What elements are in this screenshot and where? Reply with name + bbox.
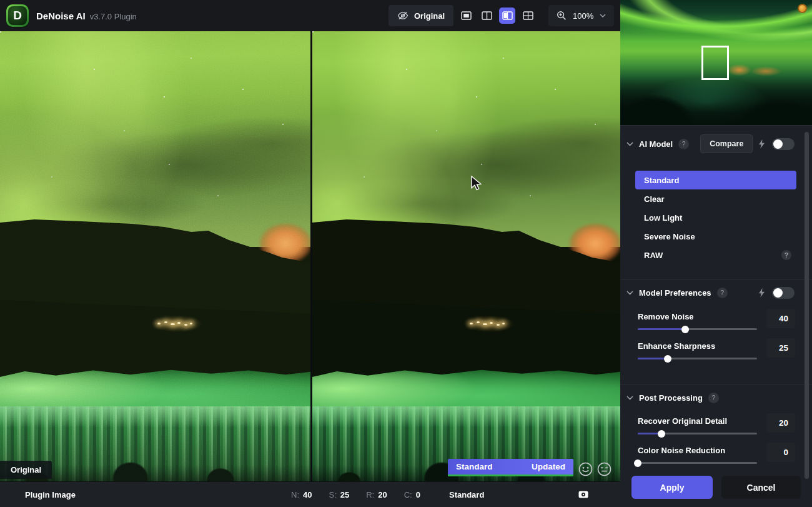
navigation-thumbnail[interactable] [620, 0, 812, 125]
recover-original-detail-value[interactable]: 20 [766, 413, 795, 433]
village-lights-glow [142, 311, 211, 334]
neutral-face-icon [597, 462, 611, 476]
village-lights [157, 320, 158, 321]
app-brand: D DeNoise AI v3.7.0 Plugin [6, 4, 137, 27]
model-option-low-light[interactable]: Low Light [635, 208, 796, 227]
happy-face-icon [578, 462, 593, 476]
param-key: S: [329, 490, 336, 499]
enhance-sharpness-value[interactable]: 25 [766, 338, 795, 358]
stars [0, 31, 1, 33]
enhance-sharpness-slider-block: Enhance Sharpness 25 [638, 341, 795, 359]
compare-button[interactable]: Compare [700, 134, 753, 153]
view-mode-split-button[interactable] [478, 8, 495, 24]
model-option-label: Clear [644, 194, 665, 204]
slider-handle[interactable] [634, 459, 641, 467]
color-noise-reduction-value[interactable]: 0 [766, 443, 795, 462]
original-image-panel[interactable]: Original [0, 31, 310, 481]
sidebar-scrollbar[interactable] [805, 131, 809, 499]
side-by-side-view-icon [502, 11, 513, 20]
chevron-down-icon[interactable] [626, 291, 633, 295]
model-option-standard[interactable]: Standard [635, 171, 796, 189]
river-water [0, 368, 310, 414]
post-processing-help-icon[interactable]: ? [708, 393, 719, 403]
file-label: Plugin Image [25, 490, 76, 499]
apply-button[interactable]: Apply [631, 476, 713, 499]
slider-fill [638, 328, 685, 330]
slider-handle[interactable] [658, 430, 665, 438]
village-lights [470, 320, 470, 321]
chevron-down-icon [600, 14, 606, 18]
cancel-button[interactable]: Cancel [721, 476, 801, 499]
snapshot-camera-icon[interactable] [578, 491, 588, 500]
model-option-severe-noise[interactable]: Severe Noise [635, 227, 796, 246]
remove-noise-slider[interactable] [638, 328, 757, 330]
param-value: 40 [303, 490, 312, 499]
noise-param: N: 40 [291, 490, 312, 499]
model-option-label: Low Light [644, 213, 682, 223]
aurora-sky [0, 31, 310, 247]
model-preferences-auto-controls [758, 287, 795, 299]
slider-handle[interactable] [681, 326, 689, 333]
settings-sidebar: AI Model ? Compare Standard Clear Low Li… [620, 125, 812, 507]
scrollbar-thumb[interactable] [805, 132, 809, 479]
ai-model-header: AI Model ? Compare [620, 133, 812, 154]
model-preferences-title: Model Preferences [639, 288, 711, 298]
single-view-icon [461, 11, 472, 20]
slider-handle[interactable] [664, 355, 671, 363]
post-processing-title: Post Processing [639, 393, 703, 403]
model-option-raw[interactable]: RAW ? [635, 246, 796, 264]
grid-view-icon [523, 11, 533, 20]
aurora-scene [312, 31, 620, 481]
color-noise-reduction-slider[interactable] [638, 462, 757, 464]
ai-model-auto-controls [758, 138, 795, 150]
feedback-neutral-button[interactable] [597, 462, 611, 476]
raw-help-icon[interactable]: ? [781, 250, 791, 260]
enhance-sharpness-slider[interactable] [638, 358, 757, 359]
notification-dot[interactable] [798, 4, 807, 13]
model-preferences-auto-toggle[interactable] [772, 287, 795, 299]
feedback-happy-button[interactable] [578, 462, 593, 476]
show-original-button[interactable]: Original [389, 5, 453, 26]
aurora-scene [0, 31, 310, 481]
status-bar: Plugin Image N: 40 S: 25 R: 20 C: 0 Stan… [0, 481, 620, 507]
param-key: C: [404, 490, 412, 499]
app-logo-letter: D [8, 6, 27, 25]
action-buttons: Apply Cancel [631, 476, 801, 499]
status-model-label: Standard [449, 490, 484, 499]
remove-noise-value[interactable]: 40 [766, 309, 795, 328]
toggle-knob [773, 139, 783, 149]
viewport-rectangle[interactable] [701, 46, 729, 80]
ai-model-help-icon[interactable]: ? [678, 139, 689, 149]
app-logo: D [6, 4, 29, 27]
view-mode-single-button[interactable] [458, 8, 474, 24]
recover-original-detail-slider[interactable] [638, 433, 757, 434]
recover-param: R: 20 [366, 490, 387, 499]
result-model-label: Standard [456, 462, 493, 471]
model-preferences-help-icon[interactable]: ? [717, 288, 728, 298]
eye-off-icon [397, 11, 408, 20]
recover-original-detail-slider-block: Recover Original Detail 20 [638, 416, 795, 434]
zoom-control[interactable]: 100% [548, 5, 614, 26]
chevron-down-icon[interactable] [626, 142, 633, 146]
lightning-bolt-icon [758, 139, 765, 149]
model-option-label: RAW [644, 251, 663, 260]
toggle-knob [773, 288, 783, 298]
model-preferences-header: Model Preferences ? [620, 282, 812, 303]
model-option-clear[interactable]: Clear [635, 189, 796, 208]
ai-model-title: AI Model [639, 139, 673, 149]
titlebar: D DeNoise AI v3.7.0 Plugin Original [0, 0, 620, 31]
view-mode-side-by-side-button[interactable] [499, 8, 515, 24]
zoom-in-icon [557, 11, 567, 21]
app-name: DeNoise AI [36, 11, 86, 21]
processed-image-panel[interactable]: Standard Updated [312, 31, 620, 481]
parameter-summary: N: 40 S: 25 R: 20 C: 0 [291, 490, 420, 499]
param-value: 0 [416, 490, 420, 499]
view-mode-grid-button[interactable] [520, 8, 536, 24]
lightning-bolt-icon [758, 288, 765, 298]
show-original-label: Original [414, 11, 445, 21]
param-value: 20 [378, 490, 387, 499]
app-title: DeNoise AI v3.7.0 Plugin [36, 11, 137, 21]
chevron-down-icon[interactable] [626, 396, 633, 400]
app-version: v3.7.0 Plugin [90, 12, 137, 21]
ai-model-auto-toggle[interactable] [772, 138, 795, 150]
